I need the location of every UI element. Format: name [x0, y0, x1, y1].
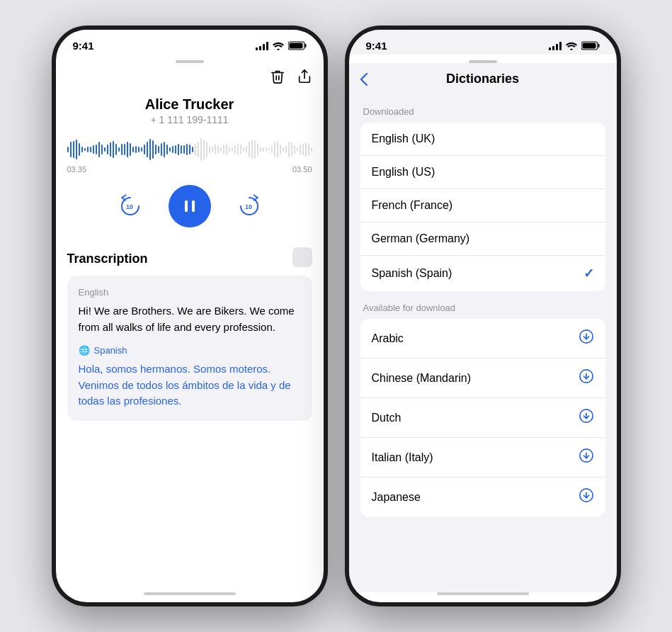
status-time-2: 9:41: [366, 40, 387, 52]
time-end: 03.50: [292, 165, 312, 174]
svg-rect-5: [185, 201, 188, 212]
transcription-title: Transcription: [67, 252, 148, 266]
home-indicator-1: [144, 592, 236, 595]
download-icon[interactable]: [579, 487, 594, 507]
checkmark-icon: ✓: [583, 266, 594, 281]
battery-icon: [288, 41, 307, 50]
downloaded-section-label: Downloaded: [349, 95, 617, 123]
status-bar-1: 9:41: [56, 30, 324, 55]
dict-german: German (Germany): [372, 232, 470, 245]
svg-text:10: 10: [126, 203, 133, 210]
svg-rect-12: [582, 43, 596, 49]
contact-name: Alice Trucker: [67, 96, 312, 113]
list-item[interactable]: Dutch: [360, 398, 605, 438]
svg-rect-6: [192, 201, 195, 212]
wifi-icon: [273, 42, 284, 50]
status-icons-2: [549, 41, 600, 50]
home-indicator-2: [437, 592, 529, 595]
globe-icon: 🌐: [79, 345, 90, 356]
phone2-content: Dictionaries Downloaded English (UK) Eng…: [349, 63, 617, 592]
contact-phone: + 1 111 199-1111: [67, 114, 312, 125]
back-button[interactable]: [360, 73, 368, 86]
wifi-icon-2: [566, 42, 577, 50]
phone-voicememo: 9:41: [52, 26, 328, 606]
waveform: [67, 137, 312, 162]
rewind-button[interactable]: 10: [115, 191, 146, 222]
translate-icon[interactable]: 🔤: [292, 247, 312, 270]
phone-dictionaries: 9:41: [345, 26, 621, 606]
phone1-content: Alice Trucker + 1 111 199-1111 03.35 03.…: [56, 63, 324, 592]
svg-rect-1: [304, 44, 306, 47]
dict-english-us: English (US): [372, 166, 435, 179]
list-item[interactable]: German (Germany): [360, 222, 605, 256]
english-lang-label: English: [79, 287, 301, 298]
list-item[interactable]: Spanish (Spain) ✓: [360, 256, 605, 291]
download-icon[interactable]: [579, 329, 594, 348]
available-section-label: Available for download: [349, 291, 617, 319]
spanish-text: Hola, somos hermanos. Somos moteros. Ven…: [79, 361, 301, 410]
transcription-header: Transcription 🔤: [67, 239, 312, 276]
dict-spanish: Spanish (Spain): [372, 267, 452, 280]
dict-french: French (France): [372, 199, 453, 212]
spanish-lang-row: 🌐 Spanish: [79, 345, 301, 356]
downloaded-list: English (UK) English (US) French (France…: [360, 123, 605, 291]
forward-button[interactable]: 10: [234, 191, 265, 222]
list-item[interactable]: Japanese: [360, 478, 605, 517]
english-text: Hi! We are Brothers. We are Bikers. We c…: [79, 303, 301, 335]
dict-chinese: Chinese (Mandarin): [372, 372, 472, 385]
dict-dutch: Dutch: [372, 412, 402, 424]
time-start: 03.35: [67, 165, 87, 174]
dict-japanese: Japanese: [372, 491, 421, 504]
download-icon[interactable]: [579, 408, 594, 427]
download-icon[interactable]: [579, 448, 594, 467]
nav-header: Dictionaries: [349, 63, 617, 95]
list-item[interactable]: Arabic: [360, 319, 605, 359]
list-item[interactable]: French (France): [360, 189, 605, 222]
available-list: Arabic Chinese (Mandarin): [360, 319, 605, 517]
contact-info: Alice Trucker + 1 111 199-1111: [67, 96, 312, 125]
waveform-container: 03.35 03.50: [67, 137, 312, 174]
signal-icon-2: [549, 42, 562, 50]
svg-rect-8: [292, 247, 312, 267]
toolbar-row: [67, 63, 312, 94]
status-icons-1: [256, 41, 307, 50]
svg-rect-2: [289, 43, 302, 49]
download-icon[interactable]: [579, 368, 594, 388]
pause-button[interactable]: [169, 185, 211, 227]
spanish-lang-label: Spanish: [94, 345, 127, 356]
nav-title: Dictionaries: [446, 72, 519, 86]
delete-button[interactable]: [270, 69, 285, 88]
share-button[interactable]: [297, 69, 312, 88]
svg-rect-11: [598, 44, 599, 47]
signal-icon: [256, 42, 268, 50]
transcription-card: English Hi! We are Brothers. We are Bike…: [67, 276, 312, 421]
list-item[interactable]: Italian (Italy): [360, 438, 605, 478]
list-item[interactable]: English (US): [360, 156, 605, 189]
status-bar-2: 9:41: [349, 30, 617, 55]
list-item[interactable]: Chinese (Mandarin): [360, 359, 605, 398]
battery-icon-2: [581, 41, 600, 50]
status-time-1: 9:41: [73, 40, 94, 52]
list-item[interactable]: English (UK): [360, 123, 605, 156]
playback-controls: 10 10: [67, 185, 312, 227]
dict-italian: Italian (Italy): [372, 451, 433, 464]
dict-arabic: Arabic: [372, 332, 404, 345]
time-row: 03.35 03.50: [67, 165, 312, 174]
dict-english-uk: English (UK): [372, 132, 435, 145]
svg-text:10: 10: [245, 203, 252, 210]
